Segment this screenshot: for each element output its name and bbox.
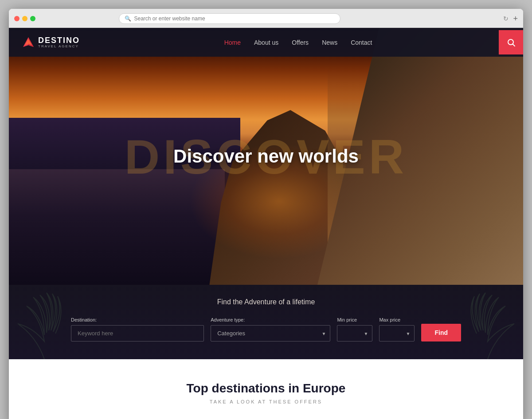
search-icon: 🔍	[125, 16, 131, 22]
bottom-section: Top destinations in Europe TAKE A LOOK A…	[9, 359, 523, 419]
site-content: DESTINO TRAVEL AGENCY Home About us Offe…	[9, 28, 523, 419]
logo-text-area: DESTINO TRAVEL AGENCY	[38, 36, 80, 48]
min-price-group: Min price ▼	[337, 317, 372, 341]
adventure-select-wrapper: Categories ▼	[211, 325, 330, 341]
search-tagline: Find the Adventure of a lifetime	[35, 298, 497, 306]
min-price-select-wrapper: ▼	[337, 325, 372, 341]
logo-icon	[22, 36, 35, 49]
new-tab-icon[interactable]: +	[513, 14, 518, 23]
svg-line-4	[512, 44, 515, 46]
nav-contact[interactable]: Contact	[351, 39, 372, 46]
browser-traffic-lights	[14, 16, 35, 21]
destination-input[interactable]	[71, 325, 204, 341]
nav-about[interactable]: About us	[254, 39, 278, 46]
min-price-label: Min price	[337, 317, 372, 322]
section-title: Top destinations in Europe	[27, 381, 505, 396]
address-input[interactable]	[134, 16, 335, 22]
max-price-group: Max price ▼	[379, 317, 415, 341]
min-price-select[interactable]	[337, 325, 372, 341]
browser-window: 🔍 ↻ +	[9, 9, 523, 419]
nav-offers[interactable]: Offers	[292, 39, 309, 46]
nav-home[interactable]: Home	[224, 39, 241, 46]
section-subtitle: TAKE A LOOK AT THESE OFFERS	[27, 399, 505, 404]
adventure-label: Adventure type:	[211, 317, 330, 322]
logo-area[interactable]: DESTINO TRAVEL AGENCY	[22, 36, 80, 49]
browser-chrome: 🔍 ↻ +	[9, 9, 523, 28]
hero-title: Discover new worlds	[173, 146, 359, 167]
close-button[interactable]	[14, 16, 20, 21]
max-price-select-wrapper: ▼	[379, 325, 415, 341]
find-button[interactable]: Find	[421, 324, 461, 341]
max-price-select[interactable]	[379, 325, 415, 341]
max-price-label: Max price	[379, 317, 415, 322]
destination-group: Destination:	[71, 317, 204, 341]
logo-brand: DESTINO	[38, 36, 80, 44]
adventure-group: Adventure type: Categories ▼	[211, 317, 330, 341]
logo-tagline: TRAVEL AGENCY	[38, 44, 80, 48]
nav-search-button[interactable]	[499, 30, 523, 54]
hero-section: DESTINO TRAVEL AGENCY Home About us Offe…	[9, 28, 523, 285]
address-bar[interactable]: 🔍	[119, 13, 340, 24]
minimize-button[interactable]	[22, 16, 27, 21]
navbar: DESTINO TRAVEL AGENCY Home About us Offe…	[9, 28, 523, 57]
maximize-button[interactable]	[30, 16, 35, 21]
search-form: Destination: Adventure type: Categories …	[71, 317, 461, 341]
search-panel: Find the Adventure of a lifetime Destina…	[9, 285, 523, 359]
adventure-select[interactable]: Categories	[211, 325, 330, 341]
nav-news[interactable]: News	[322, 39, 337, 46]
search-icon	[507, 38, 516, 47]
water-reflection	[9, 169, 225, 285]
destination-label: Destination:	[71, 317, 204, 322]
nav-links: Home About us Offers News Contact	[98, 39, 499, 46]
refresh-icon[interactable]: ↻	[503, 15, 509, 22]
